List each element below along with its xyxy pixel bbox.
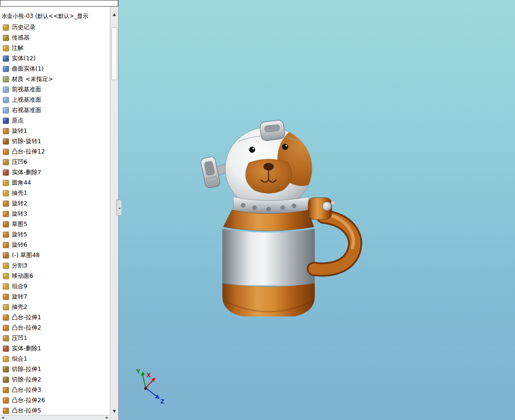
annotations-icon <box>3 45 9 51</box>
feature-tree-item[interactable]: 旋转7 <box>0 291 110 302</box>
feature-tree-item[interactable]: 压凹1 <box>0 333 110 343</box>
solid-bodies-folder-icon <box>3 56 9 62</box>
feature-tree-item-label: 原点 <box>12 117 24 125</box>
feature-tree-item-label: 组合1 <box>12 355 27 363</box>
scrollbar-thumb[interactable] <box>111 27 117 80</box>
material-icon <box>3 76 9 82</box>
feature-tree-item[interactable]: 旋转5 <box>0 229 110 240</box>
horizontal-scrollbar[interactable]: ◄ ► <box>0 415 110 420</box>
collapse-arrow-icon: ◄ <box>118 206 121 210</box>
triad-z-label: Z <box>160 398 164 405</box>
feature-tree-item[interactable]: 实体-删除7 <box>0 167 110 178</box>
feature-tree-item[interactable]: 切除-拉伸1 <box>0 364 110 374</box>
feature-tree-item-label: 实体-删除7 <box>12 169 41 177</box>
feature-tree-item[interactable]: 旋转6 <box>0 240 110 250</box>
feature-tree-item-label: 旋转3 <box>12 210 27 218</box>
feature-tree-item[interactable]: 移动面6 <box>0 271 110 281</box>
feature-tree-item[interactable]: 前视基准面 <box>0 84 110 95</box>
feature-tree-item-label: 凸台-拉伸26 <box>12 396 45 404</box>
combine-icon <box>3 283 9 290</box>
feature-tree-item-label: 实体-删除1 <box>12 345 41 353</box>
scroll-left-arrow-icon[interactable]: ◄ <box>1 416 4 420</box>
feature-tree-item[interactable]: 曲面实体(1) <box>0 64 110 74</box>
cut-extrude-icon <box>3 366 9 372</box>
feature-tree-item[interactable]: 切除-旋转1 <box>0 136 110 146</box>
feature-tree-item[interactable]: 凸台-拉伸2 <box>0 323 110 333</box>
origin-icon <box>3 118 9 124</box>
bottle-body[interactable] <box>222 229 315 287</box>
feature-tree-item[interactable]: 凸台-拉伸26 <box>0 395 110 405</box>
boss-extrude-icon <box>3 397 9 404</box>
feature-tree-item-label: 凸台-拉伸12 <box>12 148 45 156</box>
feature-tree-item-label: (-) 草图48 <box>12 251 40 259</box>
scroll-up-arrow-icon[interactable]: ▲ <box>110 12 118 16</box>
model-3d[interactable]: Y X Z <box>119 0 515 420</box>
feature-tree-item[interactable]: 抽壳1 <box>0 188 110 198</box>
feature-tree-item-label: 凸台-拉伸1 <box>12 314 41 322</box>
feature-tree-item[interactable]: 注解 <box>0 43 110 53</box>
scroll-right-arrow-icon[interactable]: ► <box>106 416 108 420</box>
sketch-icon <box>3 221 9 227</box>
feature-tree-item-label: 曲面实体(1) <box>12 65 44 73</box>
revolve-icon <box>3 128 9 134</box>
feature-tree-item-label: 历史记录 <box>12 24 35 32</box>
revolve-icon <box>3 201 9 207</box>
bottle-base[interactable] <box>222 283 315 316</box>
scroll-down-arrow-icon[interactable]: ▼ <box>110 409 118 413</box>
lid-flip-handle[interactable] <box>260 120 286 141</box>
feature-tree-item-label: 切除-旋转1 <box>12 137 41 145</box>
feature-tree-item[interactable]: 历史记录 <box>0 22 110 32</box>
feature-tree-item[interactable]: 实体(12) <box>0 53 110 64</box>
feature-tree-item[interactable]: 上视基准面 <box>0 95 110 105</box>
feature-tree-item-label: 圆角44 <box>12 179 31 187</box>
surface-bodies-folder-icon <box>3 66 9 72</box>
panel-collapse-tab[interactable]: ◄ <box>116 200 122 216</box>
feature-tree-item-label: 右视基准面 <box>12 106 41 114</box>
feature-tree-item[interactable]: 切除-拉伸2 <box>0 374 110 385</box>
part-title: 水壶小熊-03 (默认<<默认>_显示 <box>1 13 88 19</box>
feature-tree-item[interactable]: 材质 <未指定> <box>0 74 110 84</box>
feature-tree-item[interactable]: 旋转1 <box>0 126 110 136</box>
boss-extrude-icon <box>3 325 9 331</box>
feature-tree-item-label: 抽壳2 <box>12 303 27 311</box>
indent-icon <box>3 335 9 341</box>
left-eye <box>249 147 255 153</box>
feature-tree-item-label: 分割3 <box>12 262 27 270</box>
feature-tree-item[interactable]: 旋转3 <box>0 209 110 219</box>
feature-tree-item-label: 凸台-拉伸5 <box>12 407 41 415</box>
graphics-viewport[interactable]: Y X Z <box>119 0 515 420</box>
split-icon <box>3 263 9 269</box>
feature-tree-item[interactable]: 分割3 <box>0 260 110 271</box>
feature-tree-item[interactable]: 草图5 <box>0 219 110 229</box>
feature-tree-item[interactable]: 凸台-拉伸3 <box>0 385 110 395</box>
shell-icon <box>3 190 9 196</box>
feature-tree-item[interactable]: 实体-删除1 <box>0 343 110 354</box>
feature-tree-item[interactable]: 原点 <box>0 115 110 126</box>
feature-tree-item-label: 实体(12) <box>12 55 36 63</box>
feature-tree-item[interactable]: 传感器 <box>0 32 110 43</box>
feature-tree-item[interactable]: 凸台-拉伸5 <box>0 405 110 416</box>
bottle-handle[interactable] <box>314 214 355 269</box>
feature-tree-item[interactable]: 压凹6 <box>0 157 110 167</box>
feature-tree-title[interactable]: 水壶小熊-03 (默认<<默认>_显示 <box>0 11 109 21</box>
handle-mount[interactable] <box>308 198 335 219</box>
feature-tree-item[interactable]: 组合9 <box>0 281 110 291</box>
feature-tree-item[interactable]: 凸台-拉伸1 <box>0 312 110 323</box>
feature-tree-item[interactable]: 圆角44 <box>0 178 110 188</box>
right-plane-icon <box>3 107 9 113</box>
feature-tree-item[interactable]: 旋转2 <box>0 198 110 209</box>
bear-head-lid[interactable] <box>225 117 340 210</box>
feature-tree-item-label: 旋转6 <box>12 241 27 249</box>
boss-extrude-icon <box>3 408 9 414</box>
feature-tree-item[interactable]: (-) 草图48 <box>0 250 110 260</box>
front-plane-icon <box>3 87 9 93</box>
feature-tree-item[interactable]: 右视基准面 <box>0 105 110 115</box>
feature-tree-item[interactable]: 凸台-拉伸12 <box>0 146 110 157</box>
feature-tree-item-label: 材质 <未指定> <box>12 75 53 83</box>
feature-tree-item[interactable]: 组合1 <box>0 354 110 364</box>
feature-tree-item-label: 旋转1 <box>12 127 27 135</box>
top-selection-box[interactable] <box>0 0 118 7</box>
feature-tree-item[interactable]: 抽壳2 <box>0 302 110 312</box>
cut-extrude-icon <box>3 377 9 383</box>
sensors-icon <box>3 35 9 41</box>
